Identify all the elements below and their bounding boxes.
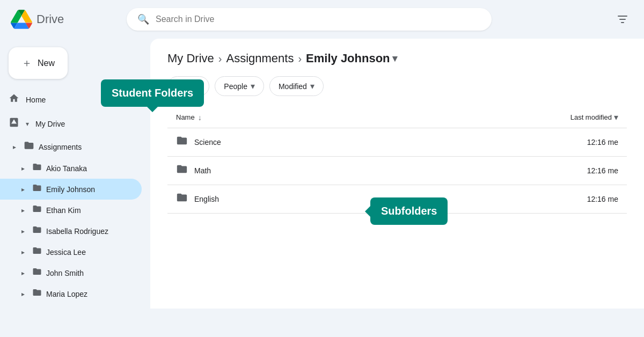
file-name-math: Math bbox=[194, 166, 211, 175]
tree-item-emily-johnson[interactable]: ▸ Emily Johnson bbox=[0, 179, 142, 200]
tree-section: ▸ Assignments ▸ Akio Tanaka ▸ bbox=[0, 136, 150, 304]
tree-item-ethan-kim[interactable]: ▸ Ethan Kim bbox=[0, 200, 142, 221]
folder-icon-english bbox=[176, 192, 188, 207]
tree-label-maria-lopez: Maria Lopez bbox=[46, 290, 87, 298]
tree-item-isabella-rodriguez[interactable]: ▸ Isabella Rodriguez bbox=[0, 221, 142, 241]
tree-label-ethan-kim: Ethan Kim bbox=[46, 206, 81, 215]
filter-icon bbox=[616, 13, 629, 26]
student-folders-tooltip: Student Folders bbox=[101, 79, 204, 107]
sidebar-item-mydrive-label: My Drive bbox=[35, 120, 65, 128]
new-button-label: New bbox=[38, 58, 55, 68]
modified-cell-math: 12:16 me bbox=[392, 157, 627, 185]
app-title: Drive bbox=[36, 12, 64, 26]
tree-label-assignments: Assignments bbox=[39, 143, 82, 151]
folder-icon-assignments bbox=[24, 140, 34, 153]
tree-arrow-john: ▸ bbox=[21, 269, 30, 277]
tree-label-akio-tanaka: Akio Tanaka bbox=[46, 164, 87, 173]
file-name-english: English bbox=[194, 195, 219, 203]
svg-rect-1 bbox=[619, 19, 626, 20]
folder-icon-emily bbox=[32, 183, 42, 195]
filter-people-button[interactable]: People ▾ bbox=[215, 76, 264, 96]
breadcrumb-current[interactable]: Emily Johnson ▾ bbox=[306, 52, 397, 65]
tree-item-jessica-lee[interactable]: ▸ Jessica Lee bbox=[0, 241, 142, 262]
main-layout: ＋ New Home ▾ My Drive ▸ bbox=[0, 39, 644, 309]
tree-label-jessica-lee: Jessica Lee bbox=[46, 248, 86, 257]
logo-area: Drive bbox=[11, 9, 118, 30]
search-bar[interactable]: 🔍 bbox=[127, 8, 492, 31]
breadcrumb-current-label: Emily Johnson bbox=[306, 52, 390, 65]
tree-arrow-assignments: ▸ bbox=[13, 143, 21, 151]
sort-icon: ↓ bbox=[198, 113, 202, 122]
page-wrapper: Drive 🔍 ＋ New bbox=[0, 0, 644, 337]
search-input[interactable] bbox=[156, 14, 481, 24]
content-area: My Drive › Assignments › Emily Johnson ▾… bbox=[150, 39, 644, 309]
tree-label-isabella-rodriguez: Isabella Rodriguez bbox=[46, 227, 108, 236]
breadcrumb: My Drive › Assignments › Emily Johnson ▾ bbox=[167, 52, 627, 65]
sidebar-item-home-label: Home bbox=[26, 96, 46, 104]
file-name-cell-science: Science bbox=[167, 128, 392, 157]
breadcrumb-dropdown-icon: ▾ bbox=[392, 53, 397, 64]
breadcrumb-sep-2: › bbox=[298, 53, 302, 65]
svg-rect-2 bbox=[621, 22, 624, 23]
plus-icon: ＋ bbox=[21, 56, 32, 70]
file-name-cell-math: Math bbox=[167, 157, 392, 185]
breadcrumb-assignments[interactable]: Assignments bbox=[226, 52, 294, 65]
tree-arrow-emily: ▸ bbox=[21, 186, 30, 193]
sidebar-item-mydrive[interactable]: ▾ My Drive bbox=[0, 112, 142, 136]
col-header-name: Name ↓ bbox=[167, 107, 392, 128]
tree-label-john-smith: John Smith bbox=[46, 269, 84, 277]
mydrive-arrow: ▾ bbox=[26, 120, 29, 128]
tree-item-assignments[interactable]: ▸ Assignments bbox=[0, 136, 142, 158]
folder-icon-science bbox=[176, 135, 188, 150]
home-icon bbox=[9, 93, 19, 106]
tree-item-john-smith[interactable]: ▸ John Smith bbox=[0, 262, 142, 283]
folder-icon-isabella bbox=[32, 225, 42, 237]
filter-modified-chevron: ▾ bbox=[310, 81, 314, 91]
breadcrumb-sep-1: › bbox=[218, 53, 222, 65]
table-header: Name ↓ Last modified ▾ bbox=[167, 107, 627, 128]
student-folders-label: Student Folders bbox=[112, 87, 193, 99]
subfolders-label: Subfolders bbox=[381, 205, 437, 217]
folder-icon-math bbox=[176, 163, 188, 178]
new-button[interactable]: ＋ New bbox=[9, 47, 68, 79]
drive-logo-icon bbox=[11, 9, 32, 30]
col-modified-label: Last modified bbox=[570, 113, 612, 121]
search-icon: 🔍 bbox=[137, 13, 149, 25]
tree-arrow-akio: ▸ bbox=[21, 165, 30, 172]
table-row[interactable]: Science 12:16 me bbox=[167, 128, 627, 157]
filter-modified-label: Modified bbox=[279, 82, 307, 91]
file-name-cell-english: English bbox=[167, 185, 392, 214]
folder-icon-john bbox=[32, 267, 42, 279]
filter-people-label: People bbox=[224, 82, 247, 91]
header: Drive 🔍 bbox=[0, 0, 644, 39]
col-name-label: Name bbox=[176, 113, 195, 121]
breadcrumb-my-drive[interactable]: My Drive bbox=[167, 52, 214, 65]
svg-rect-0 bbox=[618, 16, 627, 17]
tree-item-maria-lopez[interactable]: ▸ Maria Lopez bbox=[0, 283, 142, 304]
header-right bbox=[612, 9, 633, 30]
folder-icon-jessica bbox=[32, 246, 42, 258]
tree-label-emily-johnson: Emily Johnson bbox=[46, 185, 95, 194]
filter-icon-button[interactable] bbox=[612, 9, 633, 30]
table-row[interactable]: Math 12:16 me bbox=[167, 157, 627, 185]
tree-arrow-jessica: ▸ bbox=[21, 248, 30, 256]
folder-icon-akio bbox=[32, 162, 42, 174]
folder-icon-maria bbox=[32, 288, 42, 300]
col-header-modified: Last modified ▾ bbox=[392, 107, 627, 128]
modified-cell-science: 12:16 me bbox=[392, 128, 627, 157]
col-modified-chevron: ▾ bbox=[614, 112, 618, 122]
mydrive-icon bbox=[9, 117, 19, 130]
subfolders-tooltip: Subfolders bbox=[370, 197, 448, 225]
filter-people-chevron: ▾ bbox=[251, 81, 255, 91]
filter-bar: Type ▾ People ▾ Modified ▾ bbox=[167, 76, 627, 96]
tree-arrow-ethan: ▸ bbox=[21, 207, 30, 214]
tree-item-akio-tanaka[interactable]: ▸ Akio Tanaka bbox=[0, 158, 142, 179]
folder-icon-ethan bbox=[32, 204, 42, 216]
filter-modified-button[interactable]: Modified ▾ bbox=[269, 76, 324, 96]
file-name-science: Science bbox=[194, 138, 221, 146]
tree-arrow-maria: ▸ bbox=[21, 290, 30, 298]
tree-arrow-isabella: ▸ bbox=[21, 228, 30, 235]
